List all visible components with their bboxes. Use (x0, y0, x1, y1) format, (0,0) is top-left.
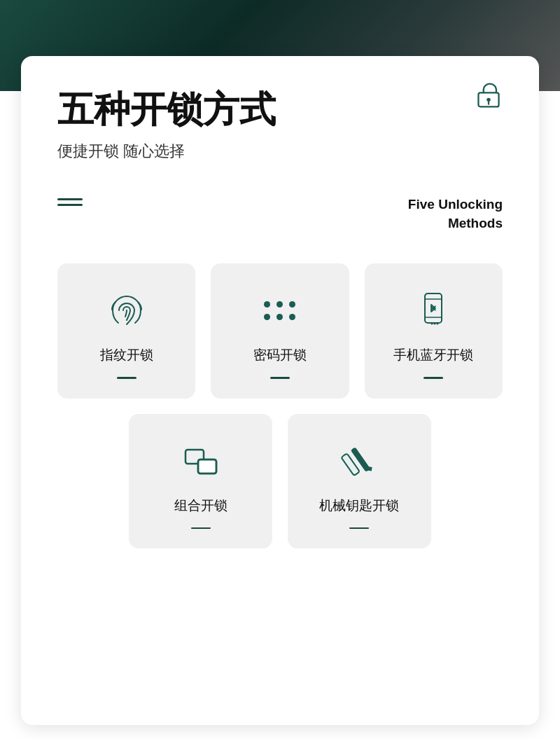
lock-icon (475, 81, 503, 112)
combination-label: 组合开锁 (174, 497, 227, 515)
dash-line-1 (57, 198, 83, 200)
five-unlocking-label: Five Unlocking Methods (408, 195, 503, 233)
password-card[interactable]: 密码开锁 (211, 263, 349, 399)
svg-point-7 (431, 323, 433, 325)
combine-icon (180, 439, 222, 484)
password-label: 密码开锁 (253, 346, 307, 364)
card-dash-combination (191, 527, 211, 530)
dash-decoration (57, 198, 83, 206)
keypad-dots-grid (264, 301, 296, 321)
fingerprint-label: 指纹开锁 (100, 346, 153, 364)
bluetooth-card[interactable]: 手机蓝牙开锁 (365, 263, 503, 399)
card-dash-fingerprint (117, 377, 136, 379)
bluetooth-label: 手机蓝牙开锁 (393, 346, 473, 364)
fingerprint-card[interactable]: 指纹开锁 (57, 263, 195, 399)
card-dash-bluetooth (424, 377, 443, 379)
card-dash-mechanical (349, 527, 369, 530)
card-dash-password (270, 377, 290, 379)
combination-card[interactable]: 组合开锁 (129, 414, 272, 549)
keypad-icon (264, 289, 296, 333)
unlock-methods-bottom-row: 组合开锁 机械钥匙开锁 (57, 414, 503, 549)
mechanical-key-label: 机械钥匙开锁 (319, 497, 399, 515)
divider-row: Five Unlocking Methods (57, 195, 503, 233)
svg-point-8 (434, 323, 436, 325)
key-icon (339, 439, 379, 484)
fingerprint-icon (106, 289, 147, 333)
svg-rect-11 (198, 460, 216, 474)
page-subtitle: 便捷开锁 随心选择 (57, 141, 503, 162)
dash-line-2 (57, 204, 83, 206)
mechanical-key-card[interactable]: 机械钥匙开锁 (288, 414, 431, 549)
unlock-methods-top-row: 指纹开锁 密码开锁 (57, 263, 503, 399)
bluetooth-phone-icon (416, 289, 450, 333)
main-card: 五种开锁方式 便捷开锁 随心选择 Five Unlocking Methods (21, 56, 539, 725)
svg-point-9 (437, 323, 439, 325)
page-title: 五种开锁方式 (57, 90, 503, 130)
